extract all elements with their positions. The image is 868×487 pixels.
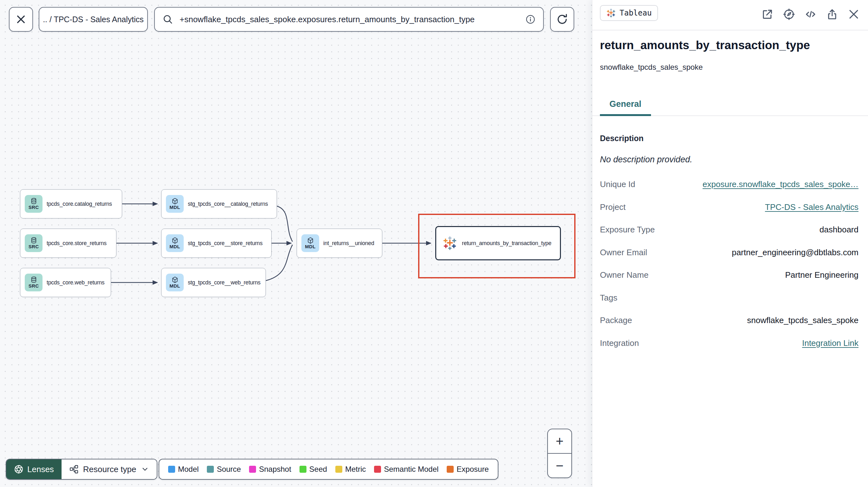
exposure-type-value: dashboard — [819, 225, 859, 235]
node-model-stg-web-returns[interactable]: MDL stg_tpcds_core__web_returns — [161, 268, 266, 297]
node-source-tpcds-core-catalog-returns[interactable]: SRC tpcds_core.catalog_returns — [20, 189, 122, 219]
node-label: tpcds_core.catalog_returns — [46, 201, 112, 207]
package-subtitle: snowflake_tpcds_sales_spoke — [600, 63, 703, 72]
model-badge: MDL — [166, 273, 184, 291]
legend-swatch-metric — [335, 466, 342, 473]
lineage-canvas[interactable]: .. / TPC-DS - Sales Analytics SRC tpcds_… — [0, 0, 592, 487]
project-link[interactable]: TPC-DS - Sales Analytics — [765, 202, 859, 212]
legend-swatch-exposure — [447, 466, 454, 473]
legend-item-seed: Seed — [300, 465, 327, 474]
node-label: return_amounts_by_transaction_type — [462, 240, 551, 247]
legend-swatch-snapshot — [249, 466, 256, 473]
legend-item-semantic-model: Semantic Model — [374, 465, 438, 474]
share-icon[interactable] — [826, 8, 838, 20]
field-row-integration: Integration Integration Link — [600, 332, 859, 355]
lens-controls: Lenses Resource type — [6, 459, 157, 480]
database-icon — [30, 237, 37, 244]
node-source-tpcds-core-web-returns[interactable]: SRC tpcds_core.web_returns — [20, 268, 111, 297]
source-badge: SRC — [25, 273, 42, 291]
owner-email-value: partner_engineering@dbtlabs.com — [732, 248, 859, 257]
close-lineage-button[interactable] — [9, 7, 33, 32]
panel-tabs: General — [592, 95, 868, 116]
node-label: tpcds_core.web_returns — [46, 279, 104, 286]
node-label: stg_tpcds_core__web_returns — [188, 279, 260, 286]
close-panel-icon[interactable] — [848, 8, 860, 20]
tableau-icon — [442, 236, 457, 251]
node-exposure-return-amounts-by-transaction-type[interactable]: return_amounts_by_transaction_type — [435, 226, 561, 260]
legend-swatch-model — [168, 466, 175, 473]
owner-name-value: Partner Engineering — [785, 270, 859, 280]
field-row-exposure-type: Exposure Type dashboard — [600, 219, 859, 241]
cube-icon — [171, 276, 179, 284]
page-title: return_amounts_by_transaction_type — [600, 39, 810, 52]
chevron-down-icon — [141, 465, 149, 474]
refresh-icon — [556, 13, 568, 26]
node-label: int_returns__unioned — [323, 240, 374, 247]
cube-icon — [171, 237, 179, 244]
legend-item-exposure: Exposure — [447, 465, 489, 474]
lineage-search[interactable] — [154, 7, 544, 32]
lenses-label: Lenses — [27, 464, 54, 474]
field-row-owner-name: Owner Name Partner Engineering — [600, 264, 859, 287]
node-label: stg_tpcds_core__catalog_returns — [188, 201, 268, 207]
code-icon[interactable] — [805, 8, 816, 20]
resource-type-label: Resource type — [83, 464, 136, 474]
description-heading: Description — [600, 134, 644, 143]
resource-type-legend: Model Source Snapshot Seed Metric Semant… — [159, 459, 498, 480]
legend-swatch-source — [207, 466, 214, 473]
field-row-tags: Tags — [600, 287, 859, 310]
field-row-owner-email: Owner Email partner_engineering@dbtlabs.… — [600, 241, 859, 264]
zoom-out-button[interactable]: − — [548, 453, 571, 478]
model-badge: MDL — [301, 234, 319, 252]
cube-icon — [307, 237, 314, 244]
node-model-stg-catalog-returns[interactable]: MDL stg_tpcds_core__catalog_returns — [161, 189, 277, 219]
database-icon — [30, 276, 37, 284]
tab-general[interactable]: General — [600, 99, 651, 116]
node-model-int-returns-unioned[interactable]: MDL int_returns__unioned — [297, 229, 382, 258]
lenses-button[interactable]: Lenses — [6, 459, 62, 479]
panel-header: Tableau — [592, 0, 868, 30]
info-icon[interactable] — [525, 14, 535, 24]
breadcrumb-label: .. / TPC-DS - Sales Analytics — [43, 15, 144, 24]
legend-item-source: Source — [207, 465, 241, 474]
panel-actions — [762, 8, 860, 20]
search-icon — [162, 14, 173, 25]
description-empty-text: No description provided. — [600, 155, 692, 165]
resource-type-icon — [69, 464, 79, 474]
metadata-fields: Unique Id exposure.snowflake_tpcds_sales… — [600, 173, 859, 354]
model-badge: MDL — [166, 195, 184, 213]
integration-link[interactable]: Integration Link — [802, 338, 859, 348]
search-input[interactable] — [180, 14, 525, 24]
field-row-unique-id: Unique Id exposure.snowflake_tpcds_sales… — [600, 173, 859, 196]
resource-type-dropdown[interactable]: Resource type — [62, 459, 157, 479]
model-badge: MDL — [166, 234, 184, 252]
legend-swatch-seed — [300, 466, 307, 473]
node-source-tpcds-core-store-returns[interactable]: SRC tpcds_core.store_returns — [20, 229, 117, 258]
legend-swatch-semantic-model — [374, 466, 381, 473]
source-badge: SRC — [25, 195, 42, 213]
field-row-project: Project TPC-DS - Sales Analytics — [600, 196, 859, 219]
legend-item-snapshot: Snapshot — [249, 465, 291, 474]
tableau-badge-label: Tableau — [620, 8, 652, 18]
zoom-in-button[interactable]: + — [548, 429, 571, 453]
details-panel: Tableau — [592, 0, 868, 487]
node-label: stg_tpcds_core__store_returns — [188, 240, 262, 247]
unique-id-link[interactable]: exposure.snowflake_tpcds_sales_spoke… — [703, 180, 859, 189]
compass-icon[interactable] — [783, 8, 795, 20]
field-row-package: Package snowflake_tpcds_sales_spoke — [600, 309, 859, 332]
node-label: tpcds_core.store_returns — [46, 240, 106, 247]
tableau-icon — [606, 8, 616, 18]
external-link-icon[interactable] — [762, 8, 773, 20]
close-icon — [15, 13, 27, 25]
node-model-stg-store-returns[interactable]: MDL stg_tpcds_core__store_returns — [161, 229, 272, 258]
cube-icon — [171, 197, 179, 205]
breadcrumb[interactable]: .. / TPC-DS - Sales Analytics — [39, 7, 148, 32]
package-value: snowflake_tpcds_sales_spoke — [747, 316, 859, 325]
aperture-icon — [14, 464, 24, 474]
refresh-lineage-button[interactable] — [550, 7, 574, 32]
tableau-badge[interactable]: Tableau — [600, 5, 658, 21]
zoom-controls: + − — [547, 429, 572, 478]
legend-item-metric: Metric — [335, 465, 366, 474]
legend-item-model: Model — [168, 465, 198, 474]
source-badge: SRC — [25, 234, 42, 252]
